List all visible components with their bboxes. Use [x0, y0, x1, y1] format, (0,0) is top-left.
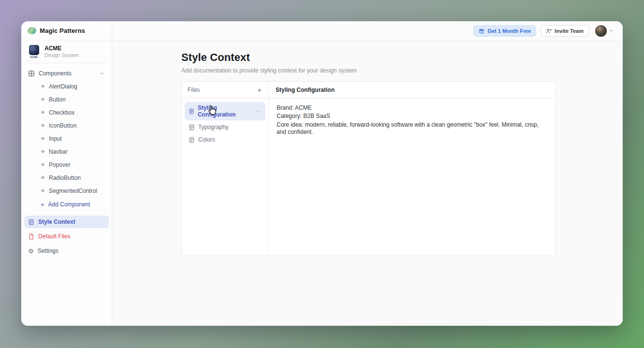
plus-icon: + — [41, 202, 44, 208]
component-label: SegmentedControl — [49, 188, 97, 194]
app-logo[interactable]: Magic Patterns — [21, 21, 112, 41]
files-panel-title: Files — [188, 87, 200, 93]
main-area: Get 1 Month Free Invite Team Style Conte… — [112, 21, 623, 326]
style-context-label: Style Context — [38, 218, 75, 225]
files-header: Files + — [182, 82, 268, 98]
file-item[interactable]: Colors — [185, 134, 265, 145]
components-grid-icon — [28, 70, 35, 77]
sidebar-item-style-context[interactable]: Style Context — [24, 216, 109, 228]
document-title: Styling Configuration — [269, 82, 556, 98]
avatar[interactable] — [595, 25, 607, 37]
file-item[interactable]: Styling Configuration ⋯ — [185, 102, 265, 120]
component-icon: ❖ — [41, 188, 45, 193]
account-menu[interactable] — [595, 25, 614, 37]
invite-team-button[interactable]: Invite Team — [541, 25, 589, 37]
component-label: AlertDialog — [49, 83, 77, 90]
files-column: Files + Styling Configuration ⋯ — [182, 82, 269, 256]
file-name: Styling Configuration — [198, 104, 252, 118]
get-month-free-button[interactable]: Get 1 Month Free — [473, 25, 536, 37]
files-list: Styling Configuration ⋯ Typography — [182, 98, 268, 149]
sidebar-component-item[interactable]: ❖ Checkbox — [21, 106, 112, 119]
person-plus-icon — [546, 28, 552, 34]
sidebar-item-settings[interactable]: ⚙ Settings — [24, 245, 109, 257]
component-icon: ❖ — [41, 149, 45, 154]
component-icon: ❖ — [41, 97, 45, 102]
add-file-button[interactable]: + — [256, 85, 263, 94]
divider — [28, 63, 105, 63]
sidebar-component-item[interactable]: ❖ Navbar — [21, 145, 112, 158]
file-item[interactable]: Typography — [185, 121, 265, 133]
sidebar: Magic Patterns ACME ACME Design System C… — [21, 21, 112, 326]
component-icon: ❖ — [41, 136, 45, 141]
component-label: Button — [49, 96, 66, 103]
document-line: Core idea: modern, reliable, forward-loo… — [277, 121, 548, 136]
sidebar-component-item[interactable]: ❖ Popover — [21, 158, 112, 171]
document-line: Brand: ACME — [277, 104, 548, 112]
acme-logo-icon: ACME — [28, 45, 40, 58]
document-body: Brand: ACME Category: B2B SaaS Core idea… — [269, 98, 556, 143]
file-name: Typography — [198, 124, 229, 130]
file-icon — [189, 124, 195, 130]
component-label: Input — [49, 135, 62, 142]
component-icon: ❖ — [41, 84, 45, 89]
sidebar-item-components[interactable]: Components — [21, 67, 112, 80]
add-component-button[interactable]: + Add Component — [21, 197, 112, 212]
component-list: ❖ AlertDialog ❖ Button ❖ Checkbox ❖ Icon… — [21, 80, 112, 197]
component-icon: ❖ — [41, 110, 45, 115]
sidebar-component-item[interactable]: ❖ Input — [21, 132, 112, 145]
file-icon — [28, 233, 34, 240]
acme-cube-mark — [29, 45, 39, 55]
component-label: Checkbox — [49, 109, 74, 116]
sidebar-component-item[interactable]: ❖ AlertDialog — [21, 80, 112, 93]
page-subtitle: Add documentation to provide styling con… — [181, 67, 623, 74]
page-title: Style Context — [181, 51, 623, 64]
app-logo-label: Magic Patterns — [40, 27, 85, 34]
component-icon: ❖ — [41, 123, 45, 128]
component-icon: ❖ — [41, 162, 45, 167]
sidebar-component-item[interactable]: ❖ Button — [21, 93, 112, 106]
components-label: Components — [39, 70, 72, 77]
document-column: Styling Configuration Brand: ACME Catego… — [269, 82, 556, 256]
component-label: RadioButton — [49, 174, 81, 181]
sidebar-links: Style Context Default Files ⚙ Settings — [21, 216, 112, 257]
chevron-down-icon — [609, 28, 614, 33]
sidebar-component-item[interactable]: ❖ RadioButton — [21, 171, 112, 184]
settings-label: Settings — [38, 247, 59, 254]
chevron-down-icon — [99, 71, 105, 76]
sidebar-component-item[interactable]: ❖ IconButton — [21, 119, 112, 132]
sidebar-component-item[interactable]: ❖ SegmentedControl — [21, 184, 112, 197]
gear-icon: ⚙ — [28, 248, 34, 254]
file-menu-button[interactable]: ⋯ — [255, 108, 262, 115]
file-name: Colors — [198, 136, 215, 143]
invite-team-label: Invite Team — [555, 28, 584, 34]
file-icon — [189, 137, 195, 143]
document-icon — [28, 219, 34, 225]
document-line: Category: B2B SaaS — [277, 113, 548, 120]
add-component-label: Add Component — [48, 201, 90, 208]
component-label: IconButton — [49, 122, 76, 129]
default-files-label: Default Files — [38, 233, 71, 240]
gift-icon — [479, 28, 484, 34]
style-context-panel: Files + Styling Configuration ⋯ — [181, 81, 556, 256]
file-icon — [189, 108, 194, 115]
topbar: Get 1 Month Free Invite Team — [112, 21, 623, 41]
get-month-free-label: Get 1 Month Free — [487, 28, 531, 34]
magic-patterns-logo-icon — [28, 27, 36, 34]
workspace-name: ACME — [44, 45, 79, 52]
component-label: Navbar — [49, 148, 68, 155]
acme-logo-wordmark: ACME — [30, 56, 38, 58]
sidebar-item-default-files[interactable]: Default Files — [24, 230, 109, 243]
component-label: Popover — [49, 161, 71, 168]
workspace-switcher[interactable]: ACME ACME Design System — [21, 41, 112, 62]
component-icon: ❖ — [41, 175, 45, 180]
app-window: Magic Patterns ACME ACME Design System C… — [21, 21, 623, 326]
workspace-subtitle: Design System — [44, 52, 79, 58]
page-content: Style Context Add documentation to provi… — [112, 41, 623, 326]
